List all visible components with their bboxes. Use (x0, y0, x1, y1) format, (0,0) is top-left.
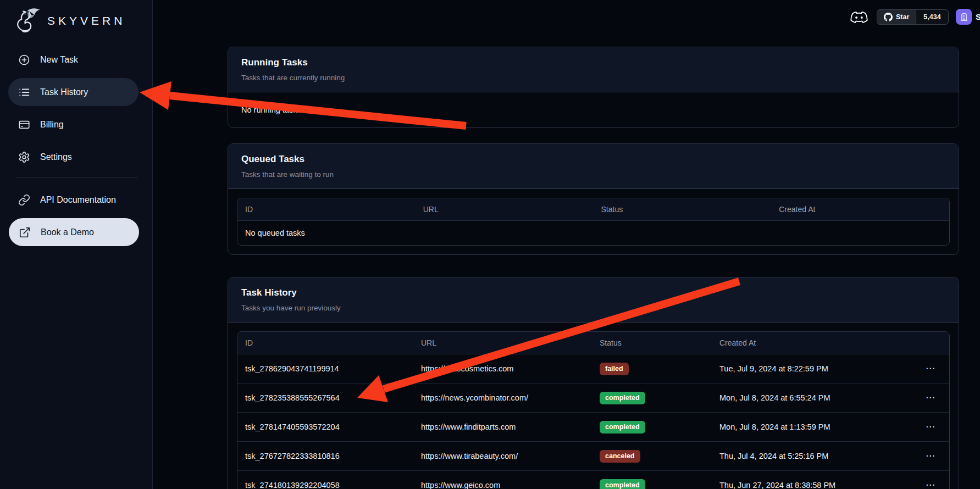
column-header-id: ID (237, 198, 416, 221)
sidebar-item-book-a-demo[interactable]: Book a Demo (9, 218, 139, 246)
running-tasks-empty-message: No running tasks (228, 92, 959, 127)
status-badge: failed (600, 363, 629, 375)
column-header-url: URL (413, 332, 592, 354)
task-actions-cell: ⋯ (914, 471, 949, 489)
sidebar-item-task-history[interactable]: Task History (8, 78, 139, 106)
sidebar-item-billing[interactable]: Billing (8, 110, 139, 138)
task-actions-cell: ⋯ (914, 384, 949, 413)
queued-tasks-empty-message: No queued tasks (237, 221, 949, 246)
task-actions-cell: ⋯ (914, 442, 949, 471)
gear-icon (18, 151, 30, 163)
list-icon (18, 86, 30, 98)
status-badge: completed (600, 392, 645, 404)
task-row[interactable]: tsk_278629043741199914 https://tartecosm… (237, 354, 949, 384)
avatar[interactable] (956, 9, 972, 25)
task-status-cell: completed (592, 471, 712, 489)
sidebar-item-settings[interactable]: Settings (8, 143, 139, 171)
account-name-clipped[interactable]: S (976, 12, 980, 21)
task-status-cell: completed (592, 384, 712, 413)
task-created-at-cell: Tue, Jul 9, 2024 at 8:22:59 PM (712, 354, 914, 384)
link-icon (18, 194, 30, 206)
running-tasks-header: Running Tasks Tasks that are currently r… (228, 47, 959, 92)
task-id-cell: tsk_278147405593572204 (237, 413, 413, 442)
task-id-cell: tsk_276727822333810816 (237, 442, 413, 471)
column-header-status: Status (592, 332, 712, 354)
organization-icon (960, 13, 968, 21)
row-actions-button ellipsis-icon[interactable]: ⋯ (923, 422, 938, 432)
task-created-at-cell: Mon, Jul 8, 2024 at 1:13:59 PM (712, 413, 914, 442)
task-id-cell: tsk_278235388555267564 (237, 384, 413, 413)
panel-title: Queued Tasks (241, 154, 945, 165)
task-history-panel: Task History Tasks you have run previous… (228, 277, 959, 489)
discord-icon[interactable] (850, 10, 868, 25)
column-header-url: URL (416, 198, 594, 221)
sidebar-item-new-task[interactable]: New Task (8, 46, 139, 74)
queued-tasks-header: Queued Tasks Tasks that are waiting to r… (228, 144, 959, 189)
task-id-cell: tsk_278629043741199914 (237, 354, 413, 384)
queued-tasks-panel: Queued Tasks Tasks that are waiting to r… (228, 143, 959, 255)
task-row[interactable]: tsk_278147405593572204 https://www.findi… (237, 413, 949, 442)
panel-subtitle: Tasks you have run previously (241, 303, 945, 313)
status-badge: completed (600, 479, 645, 489)
main-content: Running Tasks Tasks that are currently r… (228, 47, 959, 489)
panel-subtitle: Tasks that are currently running (241, 73, 945, 83)
column-header-actions (914, 332, 949, 354)
task-created-at-cell: Mon, Jul 8, 2024 at 6:55:24 PM (712, 384, 914, 413)
task-row[interactable]: tsk_276727822333810816 https://www.tirab… (237, 442, 949, 471)
status-badge: completed (600, 421, 645, 434)
task-created-at-cell: Thu, Jul 4, 2024 at 5:25:16 PM (712, 442, 914, 471)
panel-title: Running Tasks (241, 57, 945, 68)
panel-title: Task History (241, 287, 945, 298)
table-header-row: ID URL Status Created At (237, 332, 949, 354)
queued-tasks-empty-row: No queued tasks (237, 221, 949, 246)
task-created-at-cell: Thu, Jun 27, 2024 at 8:38:58 PM (712, 471, 914, 489)
plus-circle-icon (18, 54, 30, 66)
task-status-cell: completed (592, 413, 712, 442)
row-actions-button ellipsis-icon[interactable]: ⋯ (923, 480, 938, 489)
app-root: SKYVERN New Task Task History Billing (0, 0, 980, 489)
github-icon (884, 13, 893, 21)
task-actions-cell: ⋯ (914, 354, 949, 384)
column-header-id: ID (237, 332, 413, 354)
column-header-created-at: Created At (771, 198, 949, 221)
task-history-body: tsk_278629043741199914 https://tartecosm… (237, 354, 949, 489)
task-url-cell: https://news.ycombinator.com/ (413, 384, 592, 413)
task-url-cell: https://www.tirabeauty.com/ (413, 442, 592, 471)
sidebar-nav: New Task Task History Billing Settings (0, 46, 152, 246)
column-header-created-at: Created At (712, 332, 914, 354)
row-actions-button ellipsis-icon[interactable]: ⋯ (923, 451, 938, 461)
column-header-status: Status (594, 198, 772, 221)
sidebar: SKYVERN New Task Task History Billing (0, 0, 153, 489)
panel-subtitle: Tasks that are waiting to run (241, 170, 945, 180)
task-row[interactable]: tsk_274180139292204058 https://www.geico… (237, 471, 949, 489)
task-status-cell: canceled (592, 442, 712, 471)
github-star-label: Star (896, 13, 909, 21)
task-url-cell: https://www.geico.com (413, 471, 592, 489)
task-url-cell: https://www.finditparts.com (413, 413, 592, 442)
task-id-cell: tsk_274180139292204058 (237, 471, 413, 489)
task-url-cell: https://tartecosmetics.com (413, 354, 592, 384)
queued-tasks-table: ID URL Status Created At No queued tasks (237, 198, 950, 246)
status-badge: canceled (600, 450, 640, 463)
sidebar-divider (16, 177, 138, 177)
github-star-button[interactable]: Star 5,434 (877, 9, 949, 25)
task-history-table: ID URL Status Created At tsk_27862904374… (237, 331, 950, 489)
row-actions-button ellipsis-icon[interactable]: ⋯ (923, 364, 938, 374)
task-row[interactable]: tsk_278235388555267564 https://news.ycom… (237, 384, 949, 413)
row-actions-button ellipsis-icon[interactable]: ⋯ (923, 393, 938, 403)
sidebar-item-api-documentation[interactable]: API Documentation (8, 186, 139, 214)
table-header-row: ID URL Status Created At (237, 198, 949, 221)
github-star-count[interactable]: 5,434 (916, 9, 948, 25)
credit-card-icon (18, 119, 30, 131)
task-actions-cell: ⋯ (914, 413, 949, 442)
header-actions: Star 5,434 S (0, 0, 980, 33)
task-status-cell: failed (592, 354, 712, 384)
running-tasks-panel: Running Tasks Tasks that are currently r… (228, 47, 959, 128)
external-link-icon (19, 226, 31, 238)
task-history-header: Task History Tasks you have run previous… (228, 277, 959, 323)
